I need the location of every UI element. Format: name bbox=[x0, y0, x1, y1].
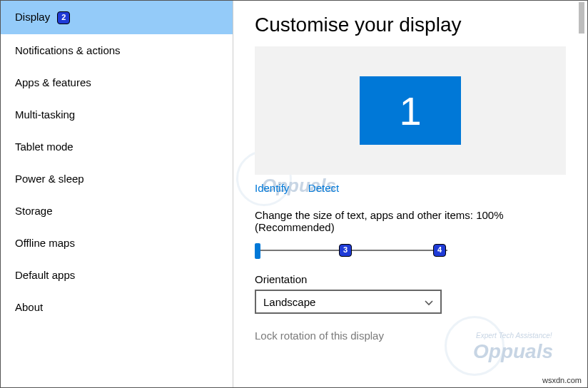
orientation-value: Landscape bbox=[263, 296, 315, 308]
scale-slider[interactable]: 3 4 bbox=[255, 242, 447, 260]
orientation-label: Orientation bbox=[255, 273, 566, 285]
sidebar-item-tablet-mode[interactable]: Tablet mode bbox=[1, 131, 233, 163]
sidebar-item-multitasking[interactable]: Multi-tasking bbox=[1, 98, 233, 131]
settings-main: Customise your display 1 Identify Detect… bbox=[233, 1, 587, 387]
display-arrangement-area[interactable]: 1 bbox=[255, 46, 566, 175]
sidebar-item-offline-maps[interactable]: Offline maps bbox=[1, 227, 233, 259]
sidebar-scrollbar[interactable] bbox=[227, 1, 231, 29]
source-credit: wsxdn.com bbox=[542, 376, 582, 384]
sidebar-item-label: Storage bbox=[15, 205, 53, 217]
sidebar-item-storage[interactable]: Storage bbox=[1, 195, 233, 227]
sidebar-item-label: Notifications & actions bbox=[15, 44, 121, 56]
sidebar-item-power-sleep[interactable]: Power & sleep bbox=[1, 163, 233, 195]
sidebar-item-default-apps[interactable]: Default apps bbox=[1, 259, 233, 291]
sidebar-item-apps-features[interactable]: Apps & features bbox=[1, 66, 233, 98]
annotation-badge-2: 2 bbox=[57, 11, 70, 24]
sidebar-item-label: Tablet mode bbox=[15, 141, 74, 153]
sidebar-item-label: About bbox=[15, 301, 43, 313]
lock-rotation-label: Lock rotation of this display bbox=[255, 330, 566, 342]
settings-sidebar: Display 2 Notifications & actions Apps &… bbox=[1, 1, 233, 387]
sidebar-item-label: Apps & features bbox=[15, 76, 91, 88]
annotation-badge-4: 4 bbox=[433, 244, 446, 257]
sidebar-item-label: Power & sleep bbox=[15, 173, 84, 185]
slider-track bbox=[259, 250, 447, 251]
page-title: Customise your display bbox=[255, 14, 566, 36]
main-scrollbar[interactable] bbox=[579, 2, 584, 34]
sidebar-item-display[interactable]: Display 2 bbox=[1, 1, 233, 34]
sidebar-item-about[interactable]: About bbox=[1, 291, 233, 323]
slider-thumb[interactable] bbox=[255, 243, 260, 259]
annotation-badge-3: 3 bbox=[339, 244, 352, 257]
scale-label: Change the size of text, apps and other … bbox=[255, 209, 566, 233]
orientation-select[interactable]: Landscape bbox=[255, 290, 442, 314]
identify-link[interactable]: Identify bbox=[255, 182, 289, 194]
sidebar-item-label: Default apps bbox=[15, 269, 75, 281]
chevron-down-icon bbox=[425, 297, 433, 306]
monitor-number: 1 bbox=[399, 88, 421, 134]
sidebar-item-label: Offline maps bbox=[15, 237, 75, 249]
sidebar-item-label: Multi-tasking bbox=[15, 108, 75, 121]
detect-link[interactable]: Detect bbox=[308, 182, 339, 194]
sidebar-item-notifications[interactable]: Notifications & actions bbox=[1, 34, 233, 66]
sidebar-item-label: Display bbox=[15, 11, 50, 23]
monitor-1[interactable]: 1 bbox=[360, 76, 461, 145]
